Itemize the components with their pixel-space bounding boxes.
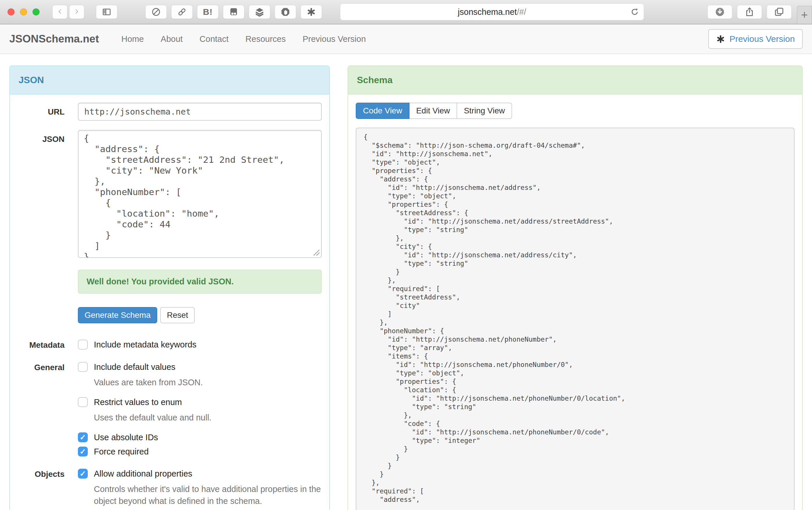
stacked-layers-icon: [254, 7, 265, 17]
include-default-values-option[interactable]: Include default values: [78, 362, 322, 372]
allow-additional-properties-option[interactable]: Allow additional properties: [78, 469, 322, 479]
previous-version-button[interactable]: Previous Version: [708, 29, 803, 49]
metadata-group-label: Metadata: [18, 340, 64, 350]
previous-version-label: Previous Version: [729, 34, 795, 44]
link-extension-button[interactable]: [171, 5, 193, 19]
checkbox-icon[interactable]: [78, 447, 88, 456]
sidebar-icon: [102, 7, 112, 17]
option-help-text: Values are taken from JSON.: [94, 376, 322, 389]
password-manager-extension-button[interactable]: [301, 5, 322, 19]
plus-icon: +: [801, 8, 808, 22]
json-label: JSON: [18, 130, 64, 259]
url-input[interactable]: [78, 103, 322, 121]
nav-link-resources[interactable]: Resources: [237, 34, 294, 44]
option-label: Include default values: [94, 362, 176, 372]
tabs-icon: [774, 7, 784, 17]
tab-string-view[interactable]: String View: [457, 103, 512, 119]
checkbox-icon[interactable]: [78, 469, 88, 479]
nav-links: Home About Contact Resources Previous Ve…: [113, 34, 374, 44]
reload-icon[interactable]: [630, 7, 640, 17]
schema-view-tabs: Code View Edit View String View: [356, 103, 794, 119]
option-label: Use absolute IDs: [94, 433, 158, 442]
hatena-bookmark-extension-button[interactable]: B!: [197, 5, 218, 19]
hatena-b-icon: B!: [203, 7, 213, 17]
nav-link-contact[interactable]: Contact: [191, 34, 237, 44]
tab-edit-view[interactable]: Edit View: [409, 103, 457, 119]
checkbox-icon[interactable]: [78, 397, 88, 407]
objects-group-label: Objects: [18, 469, 64, 510]
checkbox-icon[interactable]: [78, 432, 88, 442]
json-input-textarea[interactable]: { "address": { "streetAddress": "21 2nd …: [78, 130, 322, 258]
include-metadata-keywords-option[interactable]: Include metadata keywords: [78, 340, 322, 349]
asterisk-icon: [716, 35, 725, 44]
restrict-values-to-enum-option[interactable]: Restrict values to enum: [78, 397, 322, 407]
asterisk-icon: [306, 7, 316, 17]
address-bar[interactable]: jsonschema.net/#/: [340, 3, 644, 20]
browser-toolbar: ‹ ›: [0, 0, 812, 24]
chain-link-icon: [177, 7, 187, 17]
force-required-option[interactable]: Force required: [78, 447, 322, 456]
pocket-extension-button[interactable]: [223, 5, 244, 19]
content-blocker-extension-button[interactable]: [275, 5, 296, 19]
option-label: Allow additional properties: [94, 469, 192, 479]
downloads-button[interactable]: [708, 5, 732, 19]
new-tab-button[interactable]: +: [797, 6, 812, 24]
block-extension-button[interactable]: [145, 5, 167, 19]
extension-buttons: B!: [145, 5, 322, 19]
option-label: Force required: [94, 447, 149, 456]
site-navbar: JSONSchema.net Home About Contact Resour…: [0, 24, 812, 54]
nav-link-previous-version[interactable]: Previous Version: [294, 34, 374, 44]
tab-code-view[interactable]: Code View: [356, 103, 410, 119]
back-button[interactable]: ‹: [52, 5, 67, 19]
share-button[interactable]: [737, 5, 762, 19]
layers-extension-button[interactable]: [249, 5, 270, 19]
close-window-button[interactable]: [7, 8, 14, 16]
stop-hand-icon: [280, 7, 290, 17]
download-icon: [715, 7, 725, 17]
nav-link-home[interactable]: Home: [113, 34, 152, 44]
schema-panel-title: Schema: [348, 66, 802, 94]
zoom-window-button[interactable]: [33, 8, 39, 16]
url-domain: jsonschema.net: [458, 7, 517, 17]
option-help-text: Uses the default value and null.: [94, 412, 322, 424]
checkbox-icon[interactable]: [78, 340, 88, 349]
tab-overview-button[interactable]: [766, 5, 792, 19]
option-help-text: Controls whether it's valid to have addi…: [94, 483, 322, 507]
share-icon: [744, 7, 755, 17]
window-controls: [7, 8, 39, 16]
nav-link-about[interactable]: About: [152, 34, 191, 44]
url-label: URL: [18, 103, 64, 121]
use-absolute-ids-option[interactable]: Use absolute IDs: [78, 432, 322, 442]
options-section: Metadata Include metadata keywords Gener…: [18, 340, 322, 510]
option-label: Include metadata keywords: [94, 340, 197, 349]
schema-panel: Schema Code View Edit View String View {…: [348, 65, 803, 510]
screen: ‹ ›: [0, 0, 812, 510]
rounded-square-dots-icon: [229, 7, 239, 17]
reset-button[interactable]: Reset: [160, 307, 195, 323]
forward-button[interactable]: ›: [69, 5, 84, 19]
forward-chevron-icon: ›: [75, 5, 79, 17]
valid-json-alert: Well done! You provided valid JSON.: [78, 270, 322, 294]
checkbox-icon[interactable]: [78, 362, 88, 372]
option-label: Restrict values to enum: [94, 397, 182, 407]
schema-code-text: { "$schema": "http://json-schema.org/dra…: [364, 133, 788, 504]
json-panel-title: JSON: [10, 66, 329, 94]
brand-link[interactable]: JSONSchema.net: [9, 33, 99, 45]
sidebar-toggle-button[interactable]: [96, 5, 117, 19]
general-group-label: General: [18, 362, 64, 456]
back-chevron-icon: ‹: [58, 5, 62, 17]
schema-code-block: { "$schema": "http://json-schema.org/dra…: [356, 128, 794, 510]
minimize-window-button[interactable]: [20, 8, 27, 16]
no-sign-icon: [151, 7, 161, 17]
json-panel: JSON URL JSON { "address": { "streetAddr…: [9, 65, 330, 510]
generate-schema-button[interactable]: Generate Schema: [78, 307, 157, 323]
url-path: /#/: [517, 7, 526, 17]
main-content: JSON URL JSON { "address": { "streetAddr…: [0, 54, 812, 510]
